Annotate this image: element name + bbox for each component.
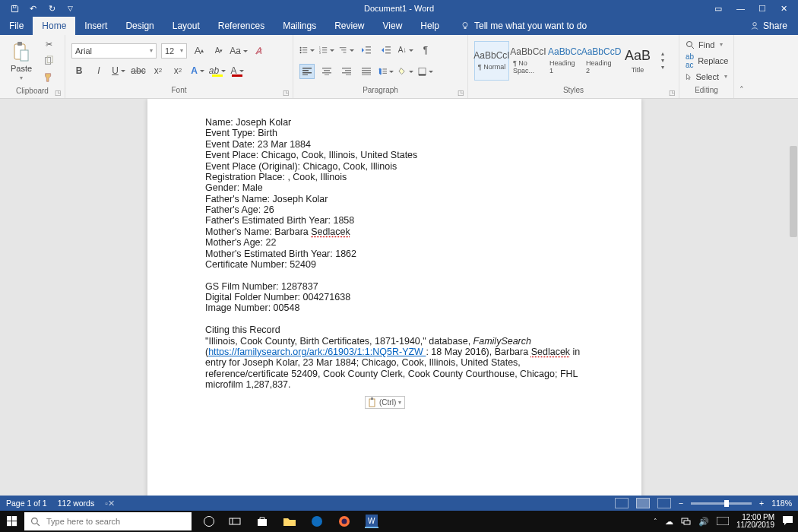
subscript-button[interactable]: x2 [150, 63, 166, 78]
collapse-ribbon-icon[interactable]: ˄ [734, 35, 749, 98]
sort-icon[interactable]: A↓ [398, 43, 413, 58]
maximize-icon[interactable]: ☐ [758, 5, 767, 13]
tell-me-search[interactable]: Tell me what you want to do [451, 17, 596, 35]
style-no-spacing[interactable]: AaBbCcI¶ No Spac... [511, 41, 546, 81]
tray-clock[interactable]: 12:00 PM11/20/2019 [736, 514, 774, 530]
close-icon[interactable]: ✕ [781, 5, 789, 13]
bold-button[interactable]: B [71, 63, 87, 78]
tray-network-icon[interactable] [681, 516, 691, 527]
redo-icon[interactable]: ↻ [49, 5, 57, 13]
read-mode-button[interactable] [615, 498, 629, 508]
tab-view[interactable]: View [374, 17, 412, 35]
tab-insert[interactable]: Insert [75, 17, 116, 35]
cortana-icon[interactable] [204, 516, 214, 527]
save-icon[interactable] [11, 5, 19, 13]
tray-volume-icon[interactable]: 🔊 [698, 517, 709, 527]
grow-font-icon[interactable]: A▴ [192, 43, 207, 59]
firefox-icon[interactable] [337, 515, 351, 528]
ribbon-display-icon[interactable]: ▭ [714, 5, 723, 13]
numbering-icon[interactable]: 123 [319, 43, 334, 58]
share-button[interactable]: Share [739, 17, 798, 35]
status-proofing-icon[interactable]: ▫✕ [105, 499, 115, 508]
status-page[interactable]: Page 1 of 1 [6, 499, 47, 508]
bullets-icon[interactable] [299, 43, 315, 58]
tab-file[interactable]: File [0, 17, 33, 35]
justify-button[interactable] [359, 64, 374, 79]
borders-icon[interactable] [418, 64, 433, 79]
font-color-button[interactable]: A [230, 63, 245, 78]
tab-help[interactable]: Help [411, 17, 448, 35]
zoom-knob[interactable] [724, 500, 729, 507]
task-view-icon[interactable] [228, 515, 242, 528]
zoom-level[interactable]: 118% [771, 499, 792, 508]
zoom-slider[interactable] [691, 502, 752, 505]
styles-launcher-icon[interactable]: ◳ [668, 89, 676, 97]
underline-button[interactable]: U [111, 63, 126, 78]
vertical-scrollbar[interactable] [789, 128, 798, 356]
start-button[interactable] [0, 516, 24, 527]
status-words[interactable]: 112 words [58, 499, 94, 508]
clipboard-launcher-icon[interactable]: ◳ [54, 89, 62, 97]
zoom-in-button[interactable]: + [759, 499, 764, 508]
italic-button[interactable]: I [91, 63, 106, 78]
replace-button[interactable]: abacReplace [686, 52, 727, 69]
paste-button[interactable]: Paste ▾ [6, 41, 36, 81]
shading-icon[interactable] [398, 64, 413, 79]
font-launcher-icon[interactable]: ◳ [282, 89, 290, 97]
text-effects-icon[interactable]: A [190, 63, 205, 78]
format-painter-icon[interactable] [43, 71, 55, 84]
tab-mailings[interactable]: Mailings [274, 17, 325, 35]
copy-icon[interactable] [43, 55, 55, 67]
tab-references[interactable]: References [209, 17, 274, 35]
tab-review[interactable]: Review [325, 17, 373, 35]
minimize-icon[interactable]: — [736, 5, 745, 13]
zoom-out-button[interactable]: − [679, 499, 683, 508]
highlight-button[interactable]: ab [210, 63, 225, 78]
styles-more-button[interactable]: ▴▾▾ [657, 50, 669, 71]
increase-indent-icon[interactable] [378, 43, 394, 58]
align-left-button[interactable] [299, 64, 315, 79]
paragraph-launcher-icon[interactable]: ◳ [457, 89, 464, 97]
font-size-combo[interactable]: 12▾ [161, 43, 187, 59]
qat-more-icon[interactable]: ▽ [68, 5, 76, 13]
decrease-indent-icon[interactable] [359, 43, 374, 58]
select-button[interactable]: Select▾ [686, 72, 727, 81]
tab-layout[interactable]: Layout [163, 17, 209, 35]
style-normal[interactable]: AaBbCcI¶ Normal [474, 41, 509, 81]
cut-icon[interactable]: ✂ [43, 38, 55, 50]
tab-design[interactable]: Design [116, 17, 163, 35]
tray-cloud-icon[interactable]: ☁ [665, 517, 673, 527]
clear-formatting-icon[interactable]: A̷ [251, 43, 266, 59]
strikethrough-button[interactable]: abc [131, 63, 146, 78]
multilevel-list-icon[interactable] [339, 43, 354, 58]
font-name-combo[interactable]: Arial▾ [71, 43, 157, 59]
word-taskbar-icon[interactable]: W [365, 515, 378, 528]
scrollbar-thumb[interactable] [790, 146, 797, 237]
file-explorer-icon[interactable] [283, 515, 296, 528]
line-spacing-icon[interactable] [378, 64, 394, 79]
find-button[interactable]: Find▾ [686, 40, 727, 49]
show-marks-icon[interactable]: ¶ [418, 43, 433, 58]
page[interactable]: Name: Joseph Kolar Event Type: Birth Eve… [147, 99, 641, 496]
edge-icon[interactable] [310, 515, 324, 528]
change-case-icon[interactable]: Aa [231, 43, 246, 59]
style-title[interactable]: AaBTitle [620, 41, 655, 81]
align-right-button[interactable] [339, 64, 354, 79]
style-heading1[interactable]: AaBbCcHeading 1 [547, 41, 582, 81]
action-center-icon[interactable] [782, 515, 793, 527]
web-layout-button[interactable] [657, 498, 671, 508]
shrink-font-icon[interactable]: A▾ [211, 43, 226, 59]
align-center-button[interactable] [319, 64, 334, 79]
tray-keyboard-icon[interactable] [717, 517, 729, 527]
undo-icon[interactable]: ↶ [30, 5, 38, 13]
taskbar-search[interactable]: Type here to search [24, 512, 192, 530]
citation-link[interactable]: https://familysearch.org/ark:/61903/1:1:… [208, 347, 426, 357]
print-layout-button[interactable] [636, 498, 650, 508]
store-icon[interactable] [255, 515, 269, 528]
tab-home[interactable]: Home [33, 17, 75, 35]
tray-overflow-icon[interactable]: ˄ [654, 518, 657, 525]
superscript-button[interactable]: x2 [170, 63, 185, 78]
document-body[interactable]: Name: Joseph Kolar Event Type: Birth Eve… [205, 117, 584, 410]
paste-options-button[interactable]: (Ctrl) ▾ [365, 396, 405, 409]
style-heading2[interactable]: AaBbCcDHeading 2 [584, 41, 619, 81]
